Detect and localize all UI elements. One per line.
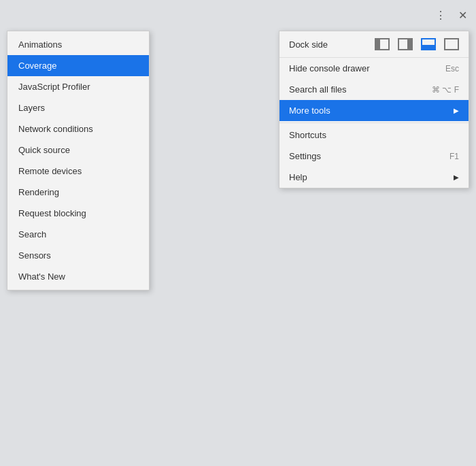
menu-item-settings-label: Settings [289,151,449,161]
submenu-item-network-conditions-label: Network conditions [18,124,138,134]
menu-divider-1 [279,122,469,123]
submenu-item-sensors[interactable]: Sensors [7,245,149,266]
dock-separate-button[interactable] [444,38,459,50]
dock-right-button[interactable] [398,38,413,50]
more-tools-submenu: Animations Coverage JavaScript Profiler … [7,31,150,290]
submenu-item-js-profiler-label: JavaScript Profiler [18,82,138,92]
submenu-item-animations[interactable]: Animations [7,34,149,55]
submenu-item-request-blocking-label: Request blocking [18,208,138,218]
submenu-item-coverage-label: Coverage [18,61,138,71]
submenu-item-coverage[interactable]: Coverage [7,55,149,76]
submenu-item-request-blocking[interactable]: Request blocking [7,203,149,224]
submenu-item-rendering-label: Rendering [18,187,138,197]
submenu-item-search[interactable]: Search [7,224,149,245]
submenu-item-layers-label: Layers [18,103,138,113]
menu-item-more-tools-label: More tools [289,105,448,116]
more-options-icon[interactable]: ⋮ [434,9,447,22]
submenu-item-remote-devices[interactable]: Remote devices [7,161,149,182]
submenu-item-whats-new[interactable]: What's New [7,266,149,287]
submenu-item-animations-label: Animations [18,39,138,50]
menu-item-search-files-shortcut: ⌘ ⌥ F [432,85,459,95]
dock-side-row: Dock side [279,31,469,58]
submenu-item-search-label: Search [18,229,138,239]
menu-item-settings[interactable]: Settings F1 [279,146,469,167]
more-tools-arrow-icon: ▶ [454,107,459,114]
menu-item-hide-console-label: Hide console drawer [289,63,445,73]
main-menu: Dock side Hide console drawer Esc Search… [279,31,469,188]
menu-item-hide-console[interactable]: Hide console drawer Esc [279,58,469,79]
submenu-item-quick-source[interactable]: Quick source [7,139,149,161]
dock-left-button[interactable] [375,38,390,50]
close-icon[interactable]: ✕ [456,9,469,22]
menu-item-hide-console-shortcut: Esc [445,64,459,73]
menu-item-search-files[interactable]: Search all files ⌘ ⌥ F [279,79,469,100]
submenu-item-sensors-label: Sensors [18,250,138,261]
dock-bottom-button[interactable] [421,38,436,50]
menu-item-shortcuts[interactable]: Shortcuts [279,124,469,146]
menu-item-help[interactable]: Help ▶ [279,167,469,188]
submenu-item-rendering[interactable]: Rendering [7,182,149,203]
submenu-item-whats-new-label: What's New [18,271,138,282]
submenu-item-layers[interactable]: Layers [7,97,149,118]
submenu-item-remote-devices-label: Remote devices [18,166,138,176]
menu-item-shortcuts-label: Shortcuts [289,130,459,140]
help-arrow-icon: ▶ [454,173,459,181]
top-bar: ⋮ ✕ [0,0,476,31]
menu-item-more-tools[interactable]: More tools ▶ [279,100,469,121]
menu-item-search-files-label: Search all files [289,84,432,95]
menu-item-settings-shortcut: F1 [449,152,459,161]
submenu-item-quick-source-label: Quick source [18,145,138,155]
menu-item-help-label: Help [289,172,448,182]
dock-side-label: Dock side [289,39,328,50]
submenu-item-network-conditions[interactable]: Network conditions [7,118,149,139]
submenu-item-js-profiler[interactable]: JavaScript Profiler [7,76,149,97]
